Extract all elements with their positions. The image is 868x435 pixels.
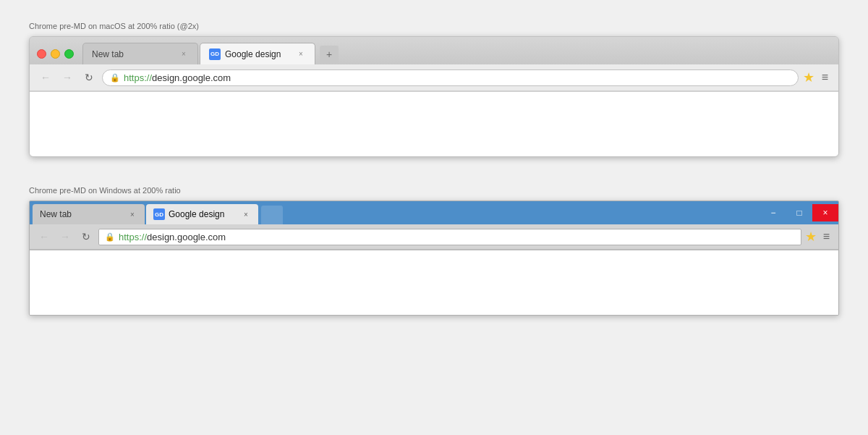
close-icon-win: × xyxy=(822,208,827,218)
new-tab-ghost-win[interactable] xyxy=(261,206,283,224)
new-tab-button-mac[interactable]: + xyxy=(320,46,339,63)
traffic-lights xyxy=(37,49,74,64)
back-icon-mac: ← xyxy=(41,72,51,83)
tab-new-tab-mac-close[interactable]: × xyxy=(179,49,189,59)
bookmark-star-mac[interactable]: ★ xyxy=(803,69,814,85)
tab-google-design-win[interactable]: GD Google design × xyxy=(146,204,258,224)
url-domain-win: design.google.com xyxy=(147,232,226,242)
mac-tabs: New tab × GD Google design × + xyxy=(82,43,831,64)
mac-content-area xyxy=(30,91,838,156)
win-minimize-button[interactable]: − xyxy=(760,204,786,221)
lock-icon-mac: 🔒 xyxy=(110,73,120,83)
back-button-mac[interactable]: ← xyxy=(37,69,54,86)
tab-google-design-win-label: Google design xyxy=(169,209,237,219)
url-win: https://design.google.com xyxy=(119,232,226,242)
tab-google-design-win-close[interactable]: × xyxy=(241,209,251,219)
minimize-light[interactable] xyxy=(51,49,60,59)
back-icon-win: ← xyxy=(39,231,49,242)
win-controls: − □ × xyxy=(760,204,838,221)
omnibox-win[interactable]: 🔒 https://design.google.com xyxy=(98,229,801,245)
lock-icon-win: 🔒 xyxy=(105,232,115,242)
tab-google-design-mac[interactable]: GD Google design × xyxy=(200,43,315,64)
close-light[interactable] xyxy=(37,49,46,59)
mac-titlebar: New tab × GD Google design × + xyxy=(30,37,838,64)
back-button-win[interactable]: ← xyxy=(35,228,53,245)
tab-new-tab-mac[interactable]: New tab × xyxy=(82,43,198,64)
bookmark-star-win[interactable]: ★ xyxy=(805,229,817,245)
url-https-mac: https:// xyxy=(124,72,152,83)
url-https-win: https:// xyxy=(119,232,147,242)
favicon-gd-win: GD xyxy=(153,208,165,220)
url-domain-mac: design.google.com xyxy=(152,72,231,83)
maximize-icon-win: □ xyxy=(796,208,801,218)
win-content-area xyxy=(30,250,838,315)
omnibox-mac[interactable]: 🔒 https://design.google.com xyxy=(102,69,799,86)
win-maximize-button[interactable]: □ xyxy=(786,204,812,221)
url-mac: https://design.google.com xyxy=(124,72,231,83)
win-tabs: New tab × GD Google design × xyxy=(30,204,760,224)
tab-new-tab-win-label: New tab xyxy=(40,209,124,219)
tab-google-design-mac-label: Google design xyxy=(225,49,292,59)
menu-icon-win[interactable]: ≡ xyxy=(820,229,833,245)
tab-new-tab-win[interactable]: New tab × xyxy=(33,204,145,224)
forward-icon-win: → xyxy=(60,231,70,242)
new-tab-plus-icon-mac: + xyxy=(326,48,332,60)
tab-new-tab-win-close[interactable]: × xyxy=(127,209,137,219)
minimize-icon-win: − xyxy=(770,208,775,218)
reload-icon-mac: ↻ xyxy=(85,72,93,83)
win-browser: New tab × GD Google design × − □ × xyxy=(29,200,839,316)
reload-icon-win: ↻ xyxy=(82,231,90,242)
reload-button-mac[interactable]: ↻ xyxy=(80,69,98,86)
win-label: Chrome pre-MD on Windows at 200% ratio xyxy=(29,186,839,195)
forward-icon-mac: → xyxy=(62,72,72,83)
forward-button-win[interactable]: → xyxy=(56,228,74,245)
win-titlebar: New tab × GD Google design × − □ × xyxy=(30,201,838,224)
menu-icon-mac[interactable]: ≡ xyxy=(819,69,831,85)
forward-button-mac[interactable]: → xyxy=(59,69,76,86)
reload-button-win[interactable]: ↻ xyxy=(77,228,95,245)
maximize-light[interactable] xyxy=(64,49,74,59)
win-close-button[interactable]: × xyxy=(812,204,838,221)
mac-browser: New tab × GD Google design × + ← → ↻ xyxy=(29,36,839,157)
tab-new-tab-mac-label: New tab xyxy=(92,49,174,59)
win-navbar: ← → ↻ 🔒 https://design.google.com ★ ≡ xyxy=(30,224,838,250)
mac-label: Chrome pre-MD on macOS at 200% ratio (@2… xyxy=(29,22,839,30)
mac-navbar: ← → ↻ 🔒 https://design.google.com ★ ≡ xyxy=(30,64,838,91)
tab-google-design-mac-close[interactable]: × xyxy=(296,49,306,59)
favicon-gd-mac: GD xyxy=(209,48,221,60)
